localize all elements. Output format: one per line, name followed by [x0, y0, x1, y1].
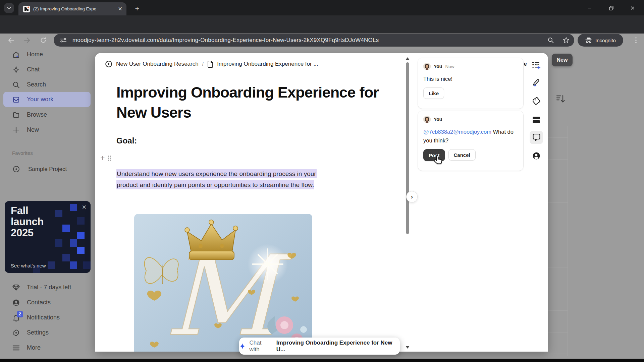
bookmark-star-icon[interactable] — [563, 37, 570, 44]
sidebar-item-sample-project[interactable]: Sample Project — [0, 162, 95, 177]
tab-close-button[interactable]: ✕ — [118, 6, 122, 12]
breadcrumb: New User Onboarding Research / Improving… — [105, 60, 318, 68]
gem-icon — [12, 284, 20, 292]
favorites-heading: Favorites — [12, 150, 33, 156]
comment-avatar — [423, 116, 431, 123]
comment-avatar — [423, 63, 431, 70]
chat-bar-title: Improving Onboarding Experience for New … — [276, 340, 400, 353]
comment-draft-text[interactable]: @7cb838a2@moodjoy.com What do you think? — [423, 127, 518, 145]
inbox-icon — [12, 96, 20, 104]
sidebar-label: More — [27, 344, 41, 351]
omnibox-search-icon[interactable] — [547, 37, 554, 44]
add-block-button[interactable]: + — [100, 154, 105, 162]
forward-button[interactable] — [23, 36, 32, 45]
sidebar-label: Your work — [27, 96, 53, 103]
collapse-panel-button[interactable]: › — [406, 191, 418, 202]
close-window-button[interactable] — [626, 4, 639, 12]
url-bar[interactable]: moodjoy-team-2h2v.dovetail.com/data/Impr… — [54, 34, 574, 47]
promo-close-icon[interactable]: ✕ — [82, 204, 87, 211]
sidebar-item-trial[interactable]: Trial · 7 days left — [0, 280, 95, 295]
sidebar-item-more[interactable]: More — [0, 340, 95, 355]
sidebar-label: Search — [27, 81, 46, 88]
drag-handle-icon[interactable] — [107, 155, 111, 161]
blocks-panel-icon[interactable] — [530, 113, 543, 126]
sidebar-item-contacts[interactable]: Contacts — [0, 295, 95, 310]
document-image[interactable]: M — [134, 214, 312, 352]
incognito-icon — [585, 37, 592, 43]
sidebar-item-chat[interactable]: Chat — [0, 62, 95, 77]
search-icon — [12, 81, 20, 89]
mouse-cursor — [433, 155, 443, 168]
site-settings-icon[interactable] — [58, 36, 68, 44]
sidebar-label: Chat — [27, 66, 40, 73]
sidebar-label: Notifications — [27, 314, 60, 321]
bell-icon: 2 — [12, 314, 20, 322]
sidebar-item-your-work[interactable]: Your work — [3, 92, 91, 107]
comment-text: This is nice! — [423, 74, 518, 83]
sidebar-label: Contacts — [27, 299, 51, 306]
comments-panel-icon[interactable] — [530, 131, 543, 144]
sidebar-label: Trial · 7 days left — [27, 284, 71, 291]
page-title[interactable]: Improving Onboarding Experience for New … — [116, 82, 393, 123]
chat-bar-prefix: Chat with — [250, 340, 273, 353]
chevron-down-icon — [7, 7, 11, 9]
breadcrumb-page[interactable]: Improving Onboarding Experience for ... — [217, 61, 318, 67]
sidebar-item-new[interactable]: New — [0, 122, 95, 137]
sidebar-item-settings[interactable]: Settings — [0, 325, 95, 340]
promo-card[interactable]: Fall launch 2025 ✕ See what's new — [5, 201, 91, 273]
like-button[interactable]: Like — [423, 87, 444, 99]
new-feature-badge: New — [552, 54, 573, 66]
person-icon — [12, 299, 20, 307]
browser-toolbar: moodjoy-team-2h2v.dovetail.com/data/Impr… — [0, 15, 644, 34]
new-tab-button[interactable]: + — [133, 4, 142, 13]
sidebar-item-notifications[interactable]: 2 Notifications — [0, 310, 95, 325]
screen: (2) Improving Onboarding Expe ✕ + moodjo… — [0, 0, 644, 362]
comment-card: You Now This is nice! Like — [418, 58, 524, 109]
sidebar-item-home[interactable]: Home — [0, 47, 95, 62]
highlight-panel-icon[interactable] — [530, 76, 543, 90]
incognito-label: Incognito — [595, 38, 616, 43]
document-panel: New User Onboarding Research / Improving… — [95, 53, 548, 352]
document-icon — [207, 61, 213, 68]
sidebar-item-search[interactable]: Search — [0, 77, 95, 92]
scrollbar-thumb[interactable] — [406, 62, 409, 234]
tab-search-button[interactable] — [4, 3, 14, 13]
tags-panel-icon[interactable] — [530, 95, 543, 108]
minimize-button[interactable] — [583, 4, 596, 12]
promo-cta-link[interactable]: See what's new — [11, 263, 46, 268]
folder-icon — [12, 111, 20, 119]
chat-bar[interactable]: Chat with Improving Onboarding Experienc… — [239, 338, 400, 355]
highlighted-text[interactable]: Understand how new users experience the … — [116, 169, 317, 189]
cancel-button[interactable]: Cancel — [448, 149, 476, 161]
sidebar-item-browse[interactable]: Browse — [0, 107, 95, 122]
sidebar-label: Settings — [27, 329, 49, 336]
sidebar-label: Sample Project — [28, 166, 67, 173]
fields-panel-icon[interactable] — [530, 59, 543, 72]
incognito-badge: Incognito — [578, 34, 623, 47]
sidebar-label: Home — [27, 51, 43, 58]
scrollbar-down-arrow[interactable] — [405, 344, 410, 348]
gear-icon — [12, 329, 20, 337]
goal-paragraph[interactable]: Understand how new users experience the … — [116, 168, 328, 190]
reload-button[interactable] — [39, 36, 48, 45]
browser-tab[interactable]: (2) Improving Onboarding Expe ✕ — [18, 2, 126, 15]
back-button[interactable] — [7, 36, 15, 45]
screen-edge — [0, 359, 644, 362]
section-heading[interactable]: Goal: — [116, 136, 137, 145]
sparkle-icon — [12, 66, 20, 74]
restore-button[interactable] — [604, 4, 618, 12]
sidebar-label: Browse — [27, 111, 47, 118]
breadcrumb-separator: / — [202, 61, 204, 67]
mention-link[interactable]: @7cb838a2@moodjoy.com — [423, 129, 491, 135]
browser-menu-button[interactable] — [632, 35, 640, 46]
scrollbar-up-arrow[interactable] — [405, 56, 410, 60]
breadcrumb-project[interactable]: New User Onboarding Research — [116, 61, 199, 67]
sort-icon[interactable] — [556, 95, 566, 105]
comment-author: You — [434, 117, 442, 122]
profile-panel-icon[interactable] — [530, 149, 543, 163]
project-target-icon — [105, 60, 112, 68]
dovetail-favicon — [23, 6, 30, 12]
comment-author: You — [434, 64, 442, 69]
comment-timestamp: Now — [445, 64, 454, 69]
block-controls: + — [100, 154, 111, 162]
